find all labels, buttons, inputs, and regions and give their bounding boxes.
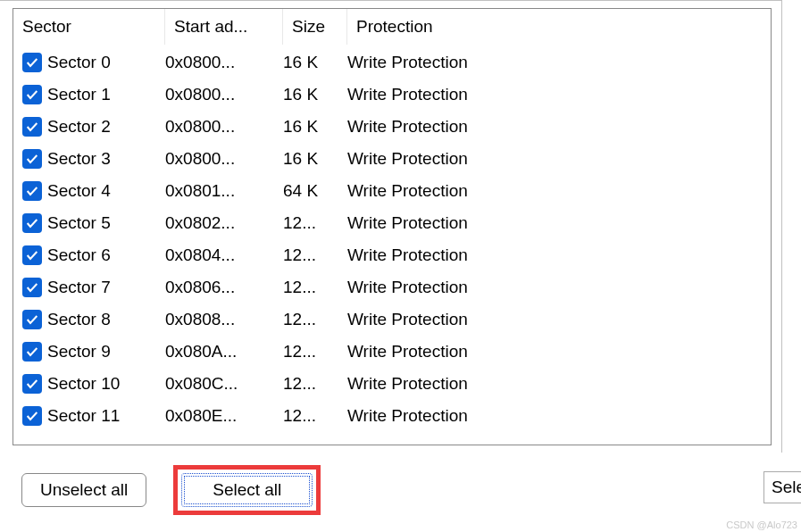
- check-icon: [25, 184, 39, 198]
- check-icon: [25, 248, 39, 262]
- check-icon: [25, 55, 39, 70]
- cell-start-address: 0x080E...: [165, 406, 283, 426]
- sector-checkbox[interactable]: [22, 149, 42, 169]
- table-row[interactable]: Sector 20x0800...16 KWrite Protection: [13, 111, 771, 143]
- cell-start-address: 0x0806...: [165, 278, 283, 297]
- check-icon: [25, 152, 39, 166]
- check-icon: [25, 216, 39, 230]
- check-icon: [25, 377, 39, 391]
- check-icon: [25, 120, 39, 134]
- cell-size: 16 K: [283, 149, 347, 169]
- sector-name-label: Sector 4: [47, 181, 111, 201]
- check-icon: [25, 409, 39, 423]
- cell-start-address: 0x0802...: [165, 213, 283, 233]
- cell-sector: Sector 11: [22, 406, 165, 426]
- table-row[interactable]: Sector 10x0800...16 KWrite Protection: [13, 79, 771, 111]
- cell-size: 12...: [283, 374, 347, 394]
- cell-protection: Write Protection: [347, 245, 771, 265]
- cell-size: 12...: [283, 406, 347, 426]
- sector-checkbox[interactable]: [22, 117, 42, 137]
- cell-start-address: 0x0801...: [165, 181, 283, 201]
- column-header-size[interactable]: Size: [283, 9, 347, 45]
- cell-protection: Write Protection: [347, 406, 771, 426]
- table-row[interactable]: Sector 90x080A...12...Write Protection: [13, 336, 771, 368]
- sector-checkbox[interactable]: [22, 181, 42, 201]
- cell-protection: Write Protection: [347, 181, 771, 201]
- cell-sector: Sector 10: [22, 374, 165, 394]
- table-row[interactable]: Sector 80x0808...12...Write Protection: [13, 303, 771, 336]
- column-header-sector[interactable]: Sector: [13, 9, 165, 45]
- select-all-button[interactable]: Select all: [181, 473, 313, 507]
- sector-name-label: Sector 9: [47, 342, 111, 362]
- cell-protection: Write Protection: [347, 85, 771, 104]
- cell-size: 16 K: [283, 53, 347, 72]
- sector-checkbox[interactable]: [22, 245, 42, 265]
- table-row[interactable]: Sector 30x0800...16 KWrite Protection: [13, 143, 771, 175]
- cell-protection: Write Protection: [347, 149, 771, 169]
- cell-sector: Sector 5: [22, 213, 165, 233]
- cell-start-address: 0x080C...: [165, 374, 283, 394]
- cell-sector: Sector 3: [22, 149, 165, 169]
- check-icon: [25, 280, 39, 295]
- table-row[interactable]: Sector 70x0806...12...Write Protection: [13, 271, 771, 303]
- sector-name-label: Sector 3: [47, 149, 111, 169]
- cell-sector: Sector 0: [22, 53, 165, 72]
- table-row[interactable]: Sector 100x080C...12...Write Protection: [13, 368, 771, 400]
- sector-name-label: Sector 7: [47, 278, 111, 297]
- sector-name-label: Sector 1: [47, 85, 111, 104]
- cell-size: 12...: [283, 310, 347, 329]
- check-icon: [25, 312, 39, 327]
- sector-table: Sector Start ad... Size Protection Secto…: [13, 8, 772, 445]
- cell-size: 16 K: [283, 85, 347, 104]
- cell-start-address: 0x0804...: [165, 245, 283, 265]
- cell-sector: Sector 4: [22, 181, 165, 201]
- column-header-protection[interactable]: Protection: [347, 9, 771, 45]
- sector-checkbox[interactable]: [22, 213, 42, 233]
- cell-start-address: 0x080A...: [165, 342, 283, 362]
- sector-checkbox[interactable]: [22, 342, 42, 362]
- main-panel: Sector Start ad... Size Protection Secto…: [0, 0, 782, 453]
- cell-size: 12...: [283, 245, 347, 265]
- cell-protection: Write Protection: [347, 374, 771, 394]
- check-icon: [25, 87, 39, 102]
- cell-start-address: 0x0800...: [165, 85, 283, 104]
- cell-protection: Write Protection: [347, 53, 771, 72]
- cell-sector: Sector 1: [22, 85, 165, 104]
- partial-button-fragment: Sele: [763, 471, 801, 503]
- table-row[interactable]: Sector 110x080E...12...Write Protection: [13, 400, 771, 432]
- sector-checkbox[interactable]: [22, 310, 42, 329]
- highlight-annotation: Select all: [173, 465, 321, 515]
- sector-checkbox[interactable]: [22, 85, 42, 104]
- sector-checkbox[interactable]: [22, 278, 42, 297]
- sector-name-label: Sector 5: [47, 213, 111, 233]
- cell-start-address: 0x0800...: [165, 117, 283, 137]
- table-row[interactable]: Sector 60x0804...12...Write Protection: [13, 239, 771, 271]
- cell-size: 64 K: [283, 181, 347, 201]
- check-icon: [25, 345, 39, 359]
- cell-size: 12...: [283, 278, 347, 297]
- sector-checkbox[interactable]: [22, 406, 42, 426]
- cell-protection: Write Protection: [347, 278, 771, 297]
- table-row[interactable]: Sector 50x0802...12...Write Protection: [13, 207, 771, 239]
- sector-checkbox[interactable]: [22, 374, 42, 394]
- sector-checkbox[interactable]: [22, 53, 42, 72]
- cell-protection: Write Protection: [347, 310, 771, 329]
- cell-sector: Sector 2: [22, 117, 165, 137]
- cell-size: 12...: [283, 342, 347, 362]
- cell-size: 16 K: [283, 117, 347, 137]
- cell-sector: Sector 6: [22, 245, 165, 265]
- cell-sector: Sector 9: [22, 342, 165, 362]
- cell-size: 12...: [283, 213, 347, 233]
- sector-name-label: Sector 11: [47, 406, 120, 426]
- cell-protection: Write Protection: [347, 213, 771, 233]
- cell-sector: Sector 7: [22, 278, 165, 297]
- unselect-all-button[interactable]: Unselect all: [21, 473, 146, 507]
- table-row[interactable]: Sector 00x0800...16 KWrite Protection: [13, 46, 771, 79]
- watermark-text: CSDN @Alo723: [726, 520, 797, 530]
- sector-name-label: Sector 10: [47, 374, 120, 394]
- cell-start-address: 0x0800...: [165, 53, 283, 72]
- cell-protection: Write Protection: [347, 117, 771, 137]
- sector-name-label: Sector 0: [47, 53, 111, 72]
- column-header-start-address[interactable]: Start ad...: [165, 9, 283, 45]
- table-row[interactable]: Sector 40x0801...64 KWrite Protection: [13, 175, 771, 207]
